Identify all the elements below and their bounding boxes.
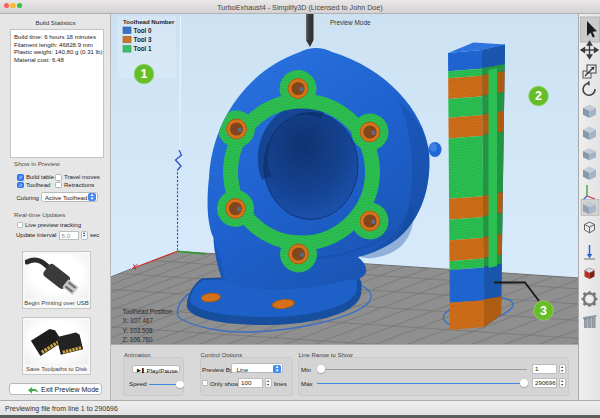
svg-text:X: 107.467: X: 107.467 [123, 317, 154, 324]
svg-text:1: 1 [141, 67, 148, 81]
svg-text:Preview Mode: Preview Mode [330, 19, 371, 26]
svg-text:Y: 103.508: Y: 103.508 [123, 327, 154, 334]
svg-text:Tool 3: Tool 3 [134, 36, 153, 43]
svg-text:Tool 0: Tool 0 [134, 27, 153, 34]
svg-text:2: 2 [535, 89, 542, 103]
svg-text:Toolhead Number: Toolhead Number [123, 18, 175, 25]
svg-text:3: 3 [540, 304, 547, 318]
svg-text:Z: 106.760: Z: 106.760 [123, 336, 154, 343]
svg-text:Toolhead Position: Toolhead Position [123, 308, 173, 315]
svg-text:Tool 1: Tool 1 [134, 45, 153, 52]
